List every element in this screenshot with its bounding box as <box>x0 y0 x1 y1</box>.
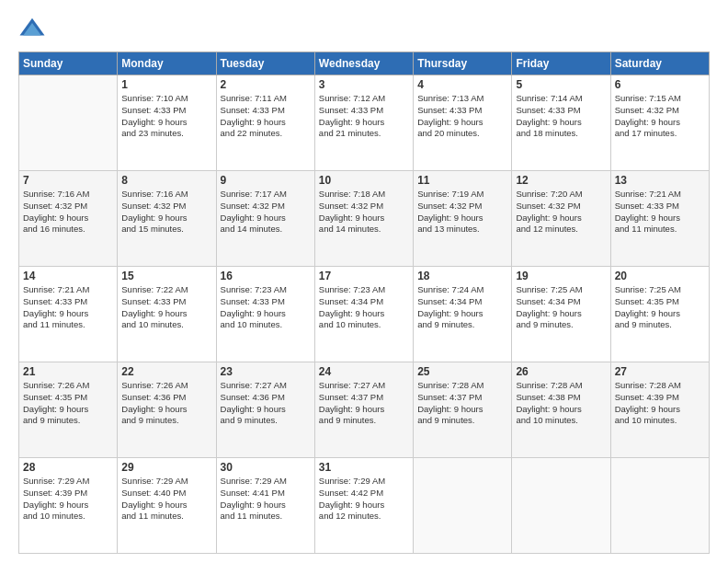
day-info: Sunrise: 7:16 AM Sunset: 4:32 PM Dayligh… <box>23 189 113 236</box>
day-number: 23 <box>221 365 311 378</box>
day-info: Sunrise: 7:29 AM Sunset: 4:41 PM Dayligh… <box>221 476 311 523</box>
day-number: 19 <box>516 270 606 282</box>
day-info: Sunrise: 7:15 AM Sunset: 4:32 PM Dayligh… <box>615 93 705 140</box>
day-number: 18 <box>417 270 507 282</box>
day-info: Sunrise: 7:26 AM Sunset: 4:36 PM Dayligh… <box>121 380 211 427</box>
calendar-cell: 2Sunrise: 7:11 AM Sunset: 4:33 PM Daylig… <box>216 75 314 171</box>
day-info: Sunrise: 7:29 AM Sunset: 4:40 PM Dayligh… <box>121 476 211 523</box>
logo-icon <box>18 15 46 42</box>
calendar-cell: 30Sunrise: 7:29 AM Sunset: 4:41 PM Dayli… <box>216 458 314 554</box>
day-number: 13 <box>615 174 705 187</box>
calendar-cell: 14Sunrise: 7:21 AM Sunset: 4:33 PM Dayli… <box>19 267 118 362</box>
day-info: Sunrise: 7:13 AM Sunset: 4:33 PM Dayligh… <box>417 93 507 140</box>
calendar-cell: 8Sunrise: 7:16 AM Sunset: 4:32 PM Daylig… <box>118 171 216 267</box>
calendar-cell: 12Sunrise: 7:20 AM Sunset: 4:32 PM Dayli… <box>512 171 610 267</box>
calendar-cell: 7Sunrise: 7:16 AM Sunset: 4:32 PM Daylig… <box>19 171 118 267</box>
calendar-cell <box>19 75 118 171</box>
day-number: 15 <box>121 270 211 282</box>
day-info: Sunrise: 7:29 AM Sunset: 4:39 PM Dayligh… <box>23 476 113 523</box>
day-info: Sunrise: 7:28 AM Sunset: 4:37 PM Dayligh… <box>417 380 507 427</box>
weekday-header: Tuesday <box>216 52 314 75</box>
calendar-cell: 27Sunrise: 7:28 AM Sunset: 4:39 PM Dayli… <box>610 362 709 458</box>
day-info: Sunrise: 7:23 AM Sunset: 4:33 PM Dayligh… <box>221 284 311 331</box>
day-number: 26 <box>516 365 606 378</box>
day-info: Sunrise: 7:10 AM Sunset: 4:33 PM Dayligh… <box>121 93 211 140</box>
calendar-cell: 11Sunrise: 7:19 AM Sunset: 4:32 PM Dayli… <box>414 171 512 267</box>
calendar-cell: 15Sunrise: 7:22 AM Sunset: 4:33 PM Dayli… <box>118 267 216 362</box>
weekday-header: Sunday <box>19 52 118 75</box>
calendar-cell: 4Sunrise: 7:13 AM Sunset: 4:33 PM Daylig… <box>414 75 512 171</box>
day-info: Sunrise: 7:12 AM Sunset: 4:33 PM Dayligh… <box>319 93 409 140</box>
day-number: 7 <box>23 174 113 187</box>
day-number: 12 <box>516 174 606 187</box>
day-info: Sunrise: 7:24 AM Sunset: 4:34 PM Dayligh… <box>417 284 507 331</box>
day-number: 25 <box>417 365 507 378</box>
calendar-cell: 20Sunrise: 7:25 AM Sunset: 4:35 PM Dayli… <box>610 267 709 362</box>
day-number: 16 <box>221 270 311 282</box>
calendar: SundayMondayTuesdayWednesdayThursdayFrid… <box>18 52 710 554</box>
day-info: Sunrise: 7:11 AM Sunset: 4:33 PM Dayligh… <box>221 93 311 140</box>
calendar-cell: 23Sunrise: 7:27 AM Sunset: 4:36 PM Dayli… <box>216 362 314 458</box>
day-info: Sunrise: 7:22 AM Sunset: 4:33 PM Dayligh… <box>121 284 211 331</box>
day-number: 10 <box>319 174 409 187</box>
day-number: 5 <box>516 78 606 91</box>
calendar-cell <box>610 458 709 554</box>
day-number: 29 <box>121 461 211 474</box>
logo <box>18 15 48 42</box>
calendar-cell: 22Sunrise: 7:26 AM Sunset: 4:36 PM Dayli… <box>118 362 216 458</box>
calendar-cell: 28Sunrise: 7:29 AM Sunset: 4:39 PM Dayli… <box>19 458 118 554</box>
day-number: 17 <box>319 270 409 282</box>
calendar-cell: 10Sunrise: 7:18 AM Sunset: 4:32 PM Dayli… <box>314 171 413 267</box>
calendar-cell: 16Sunrise: 7:23 AM Sunset: 4:33 PM Dayli… <box>216 267 314 362</box>
day-info: Sunrise: 7:17 AM Sunset: 4:32 PM Dayligh… <box>221 189 311 236</box>
calendar-cell: 18Sunrise: 7:24 AM Sunset: 4:34 PM Dayli… <box>414 267 512 362</box>
calendar-cell <box>512 458 610 554</box>
day-info: Sunrise: 7:21 AM Sunset: 4:33 PM Dayligh… <box>615 189 705 236</box>
calendar-cell <box>414 458 512 554</box>
calendar-cell: 24Sunrise: 7:27 AM Sunset: 4:37 PM Dayli… <box>314 362 413 458</box>
day-info: Sunrise: 7:21 AM Sunset: 4:33 PM Dayligh… <box>23 284 113 331</box>
day-number: 4 <box>417 78 507 91</box>
calendar-cell: 13Sunrise: 7:21 AM Sunset: 4:33 PM Dayli… <box>610 171 709 267</box>
day-number: 30 <box>221 461 311 474</box>
day-number: 8 <box>121 174 211 187</box>
calendar-cell: 29Sunrise: 7:29 AM Sunset: 4:40 PM Dayli… <box>118 458 216 554</box>
day-info: Sunrise: 7:28 AM Sunset: 4:39 PM Dayligh… <box>615 380 705 427</box>
day-number: 3 <box>319 78 409 91</box>
weekday-header: Wednesday <box>314 52 413 75</box>
calendar-cell: 1Sunrise: 7:10 AM Sunset: 4:33 PM Daylig… <box>118 75 216 171</box>
day-number: 14 <box>23 270 113 282</box>
calendar-cell: 21Sunrise: 7:26 AM Sunset: 4:35 PM Dayli… <box>19 362 118 458</box>
calendar-cell: 17Sunrise: 7:23 AM Sunset: 4:34 PM Dayli… <box>314 267 413 362</box>
day-info: Sunrise: 7:18 AM Sunset: 4:32 PM Dayligh… <box>319 189 409 236</box>
day-info: Sunrise: 7:29 AM Sunset: 4:42 PM Dayligh… <box>319 476 409 523</box>
day-number: 21 <box>23 365 113 378</box>
calendar-cell: 31Sunrise: 7:29 AM Sunset: 4:42 PM Dayli… <box>314 458 413 554</box>
calendar-cell: 19Sunrise: 7:25 AM Sunset: 4:34 PM Dayli… <box>512 267 610 362</box>
calendar-cell: 26Sunrise: 7:28 AM Sunset: 4:38 PM Dayli… <box>512 362 610 458</box>
calendar-cell: 9Sunrise: 7:17 AM Sunset: 4:32 PM Daylig… <box>216 171 314 267</box>
day-info: Sunrise: 7:25 AM Sunset: 4:34 PM Dayligh… <box>516 284 606 331</box>
day-number: 6 <box>615 78 705 91</box>
day-number: 28 <box>23 461 113 474</box>
weekday-header: Saturday <box>610 52 709 75</box>
weekday-header: Monday <box>118 52 216 75</box>
weekday-header: Thursday <box>414 52 512 75</box>
day-info: Sunrise: 7:27 AM Sunset: 4:37 PM Dayligh… <box>319 380 409 427</box>
calendar-cell: 25Sunrise: 7:28 AM Sunset: 4:37 PM Dayli… <box>414 362 512 458</box>
day-number: 24 <box>319 365 409 378</box>
day-number: 22 <box>121 365 211 378</box>
day-info: Sunrise: 7:23 AM Sunset: 4:34 PM Dayligh… <box>319 284 409 331</box>
day-number: 2 <box>221 78 311 91</box>
calendar-cell: 3Sunrise: 7:12 AM Sunset: 4:33 PM Daylig… <box>314 75 413 171</box>
day-info: Sunrise: 7:28 AM Sunset: 4:38 PM Dayligh… <box>516 380 606 427</box>
day-info: Sunrise: 7:19 AM Sunset: 4:32 PM Dayligh… <box>417 189 507 236</box>
page-header <box>18 15 710 42</box>
day-number: 27 <box>615 365 705 378</box>
day-number: 20 <box>615 270 705 282</box>
day-number: 1 <box>121 78 211 91</box>
calendar-cell: 5Sunrise: 7:14 AM Sunset: 4:33 PM Daylig… <box>512 75 610 171</box>
day-info: Sunrise: 7:16 AM Sunset: 4:32 PM Dayligh… <box>121 189 211 236</box>
day-info: Sunrise: 7:26 AM Sunset: 4:35 PM Dayligh… <box>23 380 113 427</box>
weekday-header: Friday <box>512 52 610 75</box>
